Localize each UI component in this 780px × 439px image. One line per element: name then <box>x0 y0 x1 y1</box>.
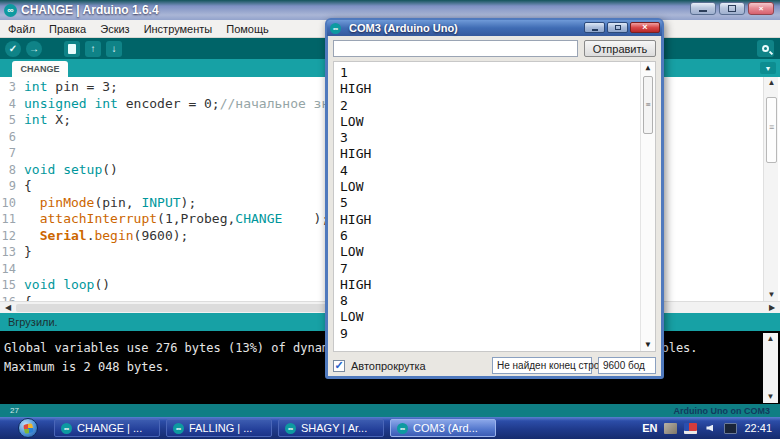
removable-device-icon[interactable] <box>664 423 677 434</box>
serial-line: 6 <box>340 228 649 244</box>
send-button[interactable]: Отправить <box>584 40 656 57</box>
code-token: { <box>24 178 32 195</box>
serial-line: HIGH <box>340 146 649 162</box>
upload-button[interactable]: → <box>26 41 42 57</box>
line-number: 6 <box>0 129 24 146</box>
taskbar-buttons: ∞CHANGE | ...∞FALLING | ...∞SHAGY | Ar..… <box>54 419 496 437</box>
magnifier-icon <box>762 45 769 52</box>
serial-window-controls: × <box>584 22 660 33</box>
serial-output[interactable]: ▲ ▼ 1HIGH2LOW3HIGH4LOW5HIGH6LOW7HIGH8LOW… <box>333 61 656 352</box>
close-button[interactable]: × <box>748 2 774 15</box>
editor-vscroll-thumb[interactable] <box>766 97 777 163</box>
verify-button[interactable]: ✓ <box>5 41 21 57</box>
baud-rate-value: 9600 бод <box>603 360 645 371</box>
code-token: ); <box>282 211 329 228</box>
code-token: (pin, <box>94 195 141 212</box>
checkmark-icon: ✓ <box>334 359 343 372</box>
taskbar-button[interactable]: ∞SHAGY | Ar... <box>278 419 384 437</box>
taskbar-button[interactable]: ∞CHANGE | ... <box>54 419 160 437</box>
arduino-logo-icon: ∞ <box>4 4 17 17</box>
down-arrow-icon: ↓ <box>112 43 117 54</box>
cursor-line-indicator: 27 <box>10 406 19 415</box>
code-token <box>24 195 40 212</box>
code-token: encoder = 0; <box>118 96 220 113</box>
taskbar-button-label: COM3 (Ard... <box>413 422 478 434</box>
code-token: . <box>87 228 95 245</box>
serial-line: 2 <box>340 98 649 114</box>
flag-icon[interactable] <box>684 423 697 434</box>
baud-rate-select[interactable]: 9600 бод <box>598 357 656 374</box>
tab-label: CHANGE <box>20 64 59 74</box>
serial-scroll-thumb[interactable] <box>643 76 653 134</box>
serial-line: 8 <box>340 293 649 309</box>
scroll-up-icon[interactable]: ▲ <box>764 77 779 89</box>
code-token: ); <box>181 195 197 212</box>
close-button[interactable]: × <box>630 22 660 33</box>
menu-item-Помощь[interactable]: Помощь <box>226 23 269 35</box>
serial-input[interactable] <box>333 40 578 57</box>
ide-bottom-statusline: 27 Arduino Uno on COM3 <box>0 404 780 417</box>
scroll-down-icon[interactable]: ▼ <box>641 339 655 351</box>
scroll-left-icon[interactable]: ◀ <box>1 302 15 313</box>
serial-titlebar[interactable]: ∞ COM3 (Arduino Uno) × <box>327 20 662 36</box>
menu-item-Файл[interactable]: Файл <box>8 23 35 35</box>
save-sketch-button[interactable]: ↓ <box>106 41 122 57</box>
code-token <box>87 96 95 113</box>
maximize-button[interactable] <box>607 22 628 33</box>
windows-logo-icon <box>23 423 34 434</box>
code-token <box>24 228 40 245</box>
console-scrollbar[interactable]: ▲ ▼ <box>763 333 778 403</box>
minimize-button[interactable] <box>584 22 605 33</box>
close-icon: × <box>642 23 647 32</box>
close-icon: × <box>759 4 764 13</box>
taskbar-button[interactable]: ∞FALLING | ... <box>166 419 272 437</box>
tab-change[interactable]: CHANGE <box>12 61 68 77</box>
editor-vertical-scrollbar[interactable]: ▲ ▼ <box>763 77 778 301</box>
code-token: int <box>24 112 47 129</box>
up-arrow-icon: ↑ <box>91 43 96 54</box>
maximize-icon <box>615 25 621 30</box>
menu-item-Инструменты[interactable]: Инструменты <box>144 23 213 35</box>
serial-line: 9 <box>340 326 649 342</box>
scroll-up-icon[interactable]: ▲ <box>763 333 778 345</box>
board-port-status: Arduino Uno on COM3 <box>674 406 771 416</box>
code-token <box>24 211 40 228</box>
line-number: 15 <box>0 277 24 294</box>
code-token: INPUT <box>141 195 180 212</box>
menu-item-Эскиз[interactable]: Эскиз <box>100 23 129 35</box>
code-token: attachInterrupt <box>40 211 157 228</box>
scroll-down-icon[interactable]: ▼ <box>763 391 778 403</box>
tab-menu-button[interactable]: ▼ <box>760 62 776 74</box>
line-ending-select[interactable]: Не найден конец строки <box>492 357 592 374</box>
scroll-up-icon[interactable]: ▲ <box>641 62 655 74</box>
line-number: 14 <box>0 261 24 278</box>
serial-monitor-button[interactable] <box>757 40 774 57</box>
menu-item-Правка[interactable]: Правка <box>49 23 86 35</box>
code-token: X; <box>47 112 70 129</box>
code-token: Serial <box>40 228 87 245</box>
code-token: (1,Probeg, <box>157 211 235 228</box>
maximize-button[interactable] <box>719 2 745 15</box>
code-token: () <box>102 162 118 179</box>
language-indicator[interactable]: EN <box>642 422 657 434</box>
minimize-icon <box>699 10 707 12</box>
serial-monitor-window: ∞ COM3 (Arduino Uno) × Отправить ▲ ▼ 1HI… <box>325 18 664 379</box>
minimize-button[interactable] <box>690 2 716 15</box>
code-token: void loop <box>24 277 94 294</box>
serial-scrollbar[interactable]: ▲ ▼ <box>640 62 655 351</box>
taskbar-button[interactable]: ∞COM3 (Ard... <box>390 419 496 437</box>
open-sketch-button[interactable]: ↑ <box>85 41 101 57</box>
code-token: (9600); <box>134 228 189 245</box>
serial-line: LOW <box>340 179 649 195</box>
status-message: Вгрузили. <box>8 316 58 328</box>
scroll-down-icon[interactable]: ▼ <box>764 289 779 301</box>
start-button[interactable] <box>18 418 38 438</box>
main-titlebar[interactable]: ∞ CHANGE | Arduino 1.6.4 × <box>0 0 780 20</box>
volume-icon[interactable] <box>704 423 717 434</box>
display-icon[interactable] <box>724 423 737 434</box>
autoscroll-checkbox[interactable]: ✓ <box>333 360 345 372</box>
window-controls: × <box>690 2 774 15</box>
scroll-right-icon[interactable]: ▶ <box>765 302 779 313</box>
clock[interactable]: 22:41 <box>744 422 772 434</box>
new-sketch-button[interactable] <box>64 41 80 57</box>
